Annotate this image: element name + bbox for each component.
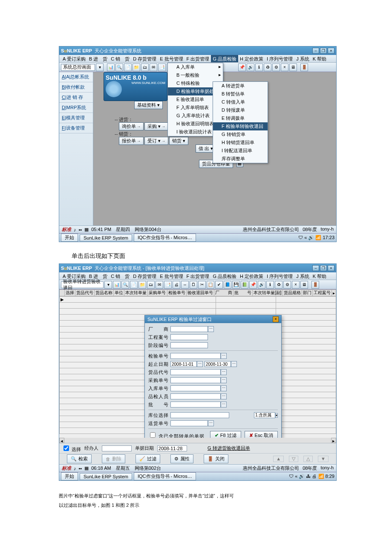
tb-r4[interactable]: ♻ [264, 64, 271, 71]
tb-4[interactable]: 📁 [133, 64, 140, 71]
pick-jydh[interactable]: ⋯ [221, 353, 227, 359]
menu-b[interactable]: B 进 货 [87, 55, 109, 62]
dd2-g[interactable]: G 转销货单 [213, 130, 268, 139]
minimize-button-2[interactable]: – [312, 265, 319, 271]
t2-9[interactable]: ↔ [181, 281, 189, 289]
input-pjry[interactable] [170, 393, 221, 399]
t2-13[interactable]: ✔ [215, 281, 223, 289]
menu2-d[interactable]: D 存货管理 [131, 272, 158, 280]
t2-11[interactable]: ✂ [198, 281, 206, 289]
menu-c[interactable]: C 销 货 [109, 55, 131, 62]
sidebar-item-f[interactable]: F|设备管理 [59, 123, 93, 133]
input-shdh[interactable] [170, 420, 208, 426]
menu-h[interactable]: H 定价政策 [238, 55, 265, 62]
tb-1[interactable]: 📊 [107, 64, 115, 71]
menu2-e[interactable]: E 批号管理 [158, 272, 184, 280]
dd1-b[interactable]: B 一般检验 [168, 71, 223, 79]
menu2-h[interactable]: H 定价政策 [238, 272, 265, 280]
chk-all-transferred[interactable] [150, 432, 156, 438]
input-jieduan[interactable] [170, 342, 208, 348]
dialog-close-button[interactable]: × [273, 316, 279, 322]
start-button-2[interactable]: 开始 [61, 472, 78, 480]
input-ph[interactable] [170, 402, 221, 408]
pick-ph[interactable]: ⋯ [221, 402, 227, 408]
col-0[interactable]: 选择 [65, 290, 75, 296]
dd2-b[interactable]: B 转暂估单 [213, 90, 268, 98]
t2-6[interactable]: ✉ [156, 281, 163, 289]
col-4[interactable]: 本次转单量 [124, 290, 148, 296]
sidebar-item-d[interactable]: D|MRP系统 [59, 103, 93, 113]
pick-shdh[interactable]: ⋯ [208, 420, 214, 426]
sidebar-item-a[interactable]: A|A|总帐系统 [59, 72, 93, 82]
dd2-c[interactable]: C 转借入单 [213, 98, 268, 106]
t2-12[interactable]: 📋 [207, 281, 214, 289]
t2-19[interactable]: ℹ [266, 281, 274, 289]
menu-g[interactable]: G 品质检验 [211, 55, 238, 62]
table-row[interactable]: ▶ [60, 297, 336, 303]
menu2-i[interactable]: I 序列号管理 [265, 272, 294, 280]
t2-10[interactable]: 🗒 [190, 281, 197, 289]
t2-14[interactable]: 📘 [224, 281, 231, 289]
dd2-h[interactable]: H 转销货退回单 [213, 139, 268, 147]
t2-20[interactable]: ♻ [275, 281, 282, 289]
task-sunlike-2[interactable]: SunLike ERP System [80, 473, 132, 480]
btn-xunjia[interactable]: 询价单→ [119, 122, 144, 130]
pick-date-from[interactable]: ⋯ [197, 361, 203, 367]
pick-pjry[interactable]: ⋯ [221, 393, 227, 399]
dd2-d[interactable]: D 转报废单 [213, 106, 268, 114]
tb-7[interactable]: 📑 [158, 64, 166, 71]
dd2-i[interactable]: I 转配送退回单 [213, 147, 268, 155]
dd1-a[interactable]: A 入库单 [168, 63, 223, 71]
col-11[interactable]: 货品规格 [282, 290, 302, 296]
menu-j[interactable]: J 系统 [294, 55, 311, 62]
btn-filter-cancel[interactable]: ✘Esc 取消 [245, 431, 278, 438]
t2-17[interactable]: 📌 [249, 281, 257, 289]
sidebar-item-b[interactable]: B|B|收付帐款收付帐款 [59, 82, 93, 92]
t2-23[interactable]: 🖥 [300, 281, 308, 289]
start-button[interactable]: 开始 [61, 234, 78, 242]
tb-3[interactable]: 📄 [124, 64, 132, 71]
btn-guolv[interactable]: 🧹过滤 [135, 454, 160, 463]
col-9[interactable]: 批 号 [233, 290, 252, 296]
btn-caigou[interactable]: 采购 ▾→ [144, 122, 168, 130]
col-8[interactable]: 厂 商 [214, 290, 233, 296]
menu-e[interactable]: E 批号管理 [158, 55, 184, 62]
col-13[interactable]: 工程案号 [312, 290, 331, 296]
tb-r1[interactable]: 📌 [238, 64, 246, 71]
chk-select[interactable]: 选择 [62, 444, 81, 453]
tb2-dd[interactable]: ▾ [104, 281, 112, 289]
nav-last[interactable]: ▼ [318, 456, 329, 462]
input-date-to[interactable] [205, 361, 231, 367]
col-2[interactable]: 货品名称 [95, 290, 114, 296]
t2-16[interactable]: 📗 [241, 281, 248, 289]
sidebar-item-c[interactable]: C|进 销 存 [59, 92, 93, 103]
tb-r5[interactable]: ⚙ [272, 64, 280, 71]
tb-r6[interactable]: × [281, 64, 288, 71]
dd2-j[interactable]: 库存调整单 [213, 155, 268, 163]
btn-shanchu[interactable]: 🗑删除 [102, 454, 125, 463]
nav-prev[interactable]: ▽ [289, 456, 298, 462]
pick-date-to[interactable]: ⋯ [231, 361, 237, 367]
task-sunlike[interactable]: SunLike ERP System [80, 234, 132, 241]
pick-cgdh[interactable]: ⋯ [221, 377, 227, 383]
table-row[interactable] [60, 303, 336, 309]
menu-d[interactable]: D 存货管理 [131, 55, 158, 62]
input-gongcheng[interactable] [170, 334, 208, 340]
col-7[interactable]: 验收退回单号 [186, 290, 214, 296]
dd2-e[interactable]: E 转调拨单 [213, 114, 268, 122]
pick-changshang[interactable]: ⋯ [208, 326, 214, 332]
col-6[interactable]: 检验单号 [167, 290, 186, 296]
tb-r7[interactable]: 🖥 [289, 64, 297, 71]
toolbar-combo-2[interactable]: 验收单转进货验收退回 [61, 281, 104, 288]
col-12[interactable]: 部门 [302, 290, 312, 296]
dd2-f[interactable]: F 检验单转验收退回 [213, 122, 268, 130]
col-10[interactable]: 本次转单量[副] [252, 290, 282, 296]
t2-1[interactable]: 📊 [113, 281, 121, 289]
input-hpdh[interactable] [170, 369, 221, 375]
t2-21[interactable]: ⚙ [283, 281, 291, 289]
tb-dropdown-icon[interactable]: ▾ [96, 64, 104, 71]
restore-button[interactable]: ❐ [320, 48, 327, 54]
t2-2[interactable]: 🔍 [121, 281, 129, 289]
menu-a[interactable]: A 受订采购 [61, 55, 87, 62]
input-rkdh[interactable] [170, 385, 221, 391]
